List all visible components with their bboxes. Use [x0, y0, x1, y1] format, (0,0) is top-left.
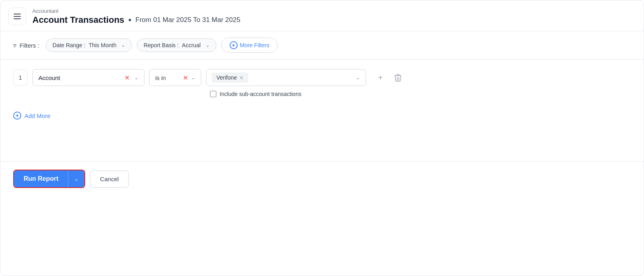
row-number: 1: [13, 70, 28, 86]
sub-account-row: Include sub-account transactions: [210, 91, 631, 97]
value-tag: Verifone ✕: [212, 73, 248, 82]
operator-selector[interactable]: is in ✕ ⌄: [149, 69, 201, 86]
value-selector[interactable]: Verifone ✕ ⌄: [206, 69, 366, 86]
report-basis-dropdown[interactable]: Report Basis : Accrual ⌄: [137, 38, 216, 52]
plus-circle-icon: +: [230, 41, 238, 49]
value-chevron-icon: ⌄: [356, 75, 360, 80]
separator: •: [128, 15, 132, 25]
filters-label: ▿ Filters :: [13, 42, 39, 49]
more-filters-label: More Filters: [240, 42, 270, 48]
run-report-group: Run Report ⌄: [13, 170, 85, 188]
sub-account-label: Include sub-account transactions: [220, 91, 302, 97]
filter-row: 1 Account ✕ ⌄ is in ✕ ⌄ Verifone ✕ ⌄: [13, 69, 631, 86]
field-chevron-icon: ⌄: [134, 75, 138, 80]
report-title: Account Transactions: [32, 15, 124, 25]
menu-button[interactable]: [8, 8, 26, 25]
row-actions: +: [374, 71, 404, 84]
add-row-button[interactable]: +: [374, 71, 387, 84]
cancel-button[interactable]: Cancel: [90, 170, 129, 188]
delete-row-button[interactable]: [392, 71, 404, 84]
bottom-actions: Run Report ⌄ Cancel: [0, 161, 644, 196]
header-date-range: From 01 Mar 2025 To 31 Mar 2025: [136, 16, 240, 24]
value-tag-label: Verifone: [216, 74, 237, 81]
header-subtitle: Accountant: [32, 8, 240, 14]
page-container: Accountant Account Transactions • From 0…: [0, 0, 644, 276]
date-range-chevron-icon: ⌄: [121, 42, 125, 48]
more-filters-button[interactable]: + More Filters: [221, 38, 278, 53]
operator-chevron-icon: ⌄: [191, 75, 195, 80]
run-report-dropdown-button[interactable]: ⌄: [68, 170, 84, 187]
date-range-key: Date Range :: [52, 42, 86, 48]
report-basis-value: Accrual: [182, 42, 201, 48]
run-report-button[interactable]: Run Report: [14, 170, 68, 187]
field-clear-icon[interactable]: ✕: [123, 74, 131, 82]
header-title-area: Accountant Account Transactions • From 0…: [32, 8, 240, 25]
filter-bar: ▿ Filters : Date Range : This Month ⌄ Re…: [0, 31, 644, 60]
field-selector[interactable]: Account ✕ ⌄: [32, 69, 144, 86]
add-more-area: + Add More: [0, 110, 644, 129]
report-basis-key: Report Basis :: [144, 42, 179, 48]
filter-icon: ▿: [13, 42, 16, 49]
add-more-button[interactable]: + Add More: [13, 112, 50, 120]
report-basis-chevron-icon: ⌄: [206, 42, 210, 48]
field-name: Account: [38, 74, 120, 81]
operator-name: is in: [155, 74, 180, 81]
header-title: Account Transactions • From 01 Mar 2025 …: [32, 15, 240, 25]
value-tag-remove-icon[interactable]: ✕: [239, 75, 244, 81]
filter-rows-area: 1 Account ✕ ⌄ is in ✕ ⌄ Verifone ✕ ⌄: [0, 60, 644, 110]
header: Accountant Account Transactions • From 0…: [0, 0, 644, 31]
sub-account-checkbox[interactable]: [210, 91, 216, 97]
add-more-label: Add More: [24, 112, 50, 119]
date-range-value: This Month: [89, 42, 116, 48]
operator-clear-icon[interactable]: ✕: [183, 74, 188, 82]
hamburger-icon: [14, 14, 21, 19]
date-range-dropdown[interactable]: Date Range : This Month ⌄: [46, 38, 132, 52]
run-report-dropdown-icon: ⌄: [74, 176, 79, 182]
add-more-plus-icon: +: [13, 112, 21, 120]
